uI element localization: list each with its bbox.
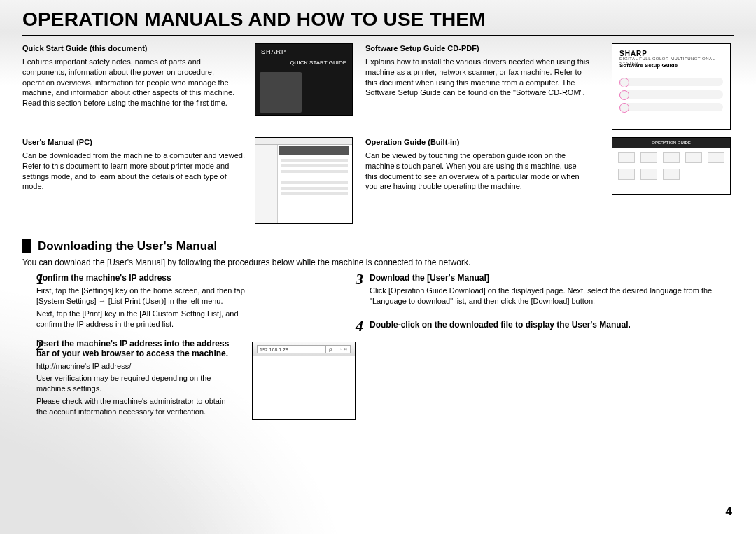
page-title: OPERATION MANUALS AND HOW TO USE THEM: [22, 8, 734, 31]
users-manual-preview: [255, 137, 353, 224]
download-steps: 1 Confirm the machine's IP address First…: [22, 273, 734, 427]
software-setup-preview-title: Software Setup Guide: [620, 62, 678, 69]
page-number: 4: [726, 505, 732, 519]
operation-guide-tile: [663, 169, 680, 180]
software-setup-preview-row: [620, 103, 723, 111]
step-1-p1: First, tap the [Settings] key on the hom…: [36, 286, 246, 307]
document-page: OPERATION MANUALS AND HOW TO USE THEM Qu…: [0, 0, 756, 534]
users-manual-preview-line: [281, 170, 348, 173]
step-2: 2 Insert the machine's IP address into t…: [22, 339, 356, 420]
printer-illustration: [260, 72, 302, 113]
operation-guide-preview-bar: OPERATION GUIDE: [612, 138, 730, 148]
steps-right-column: 3 Download the [User's Manual] Click [Op…: [356, 273, 734, 427]
step-3-p1: Click [Operation Guide Download] on the …: [370, 286, 734, 307]
download-section-intro: You can download the [User's Manual] by …: [22, 258, 734, 267]
users-manual-preview-line: [281, 192, 348, 195]
step-3-heading: Download the [User's Manual]: [370, 273, 734, 283]
software-setup-preview-row: [620, 78, 723, 86]
step-2-p2: User verification may be required depend…: [36, 373, 238, 395]
quick-start-text: Quick Start Guide (this document) Featur…: [22, 43, 246, 130]
users-manual-preview-bar: [255, 138, 352, 145]
software-setup-text: Software Setup Guide CD-PDF) Explains ho…: [365, 43, 589, 130]
software-setup-preview-row: [620, 90, 723, 99]
download-section-heading: Downloading the User's Manual: [38, 239, 217, 253]
step-3: 3 Download the [User's Manual] Click [Op…: [356, 273, 734, 307]
users-manual-preview-line: [281, 159, 348, 162]
users-manual-preview-side: [255, 145, 278, 223]
step-4-number: 4: [356, 317, 363, 335]
step-1-body: First, tap the [Settings] key on the hom…: [36, 286, 246, 330]
manuals-grid: Quick Start Guide (this document) Featur…: [22, 43, 734, 224]
users-manual-preview-line: [281, 164, 348, 167]
step-1-heading: Confirm the machine's IP address: [36, 273, 246, 283]
quick-start-body1: Features important safety notes, names o…: [22, 57, 246, 98]
operation-guide-body1: Can be viewed by touching the operation …: [365, 150, 589, 192]
quick-start-body2: Read this section before using the machi…: [22, 98, 246, 108]
step-2-heading: Insert the machine's IP address into the…: [36, 339, 238, 358]
step-2-p1: http://machine's IP address/: [36, 361, 238, 372]
step-3-body: Click [Operation Guide Download] on the …: [370, 286, 734, 307]
title-rule: [22, 35, 734, 36]
steps-left-column: 1 Confirm the machine's IP address First…: [22, 273, 356, 427]
browser-address-bar: 192.168.1.28: [257, 345, 327, 353]
browser-controls: ρ · → ×: [326, 345, 351, 353]
browser-preview: 192.168.1.28 ρ · → ×: [252, 342, 356, 420]
download-section-header: Downloading the User's Manual: [22, 239, 734, 253]
software-setup-preview: SHARP DIGITAL FULL COLOR MULTIFUNCTIONAL…: [612, 43, 731, 130]
software-setup-body1: Explains how to install the various driv…: [365, 57, 589, 98]
step-4-heading: Double-click on the downloaded file to d…: [370, 320, 734, 330]
quick-start-preview: SHARP QUICK START GUIDE: [255, 43, 353, 116]
step-2-number: 2: [36, 336, 44, 354]
users-manual-text: User's Manual (PC) Can be downloaded fro…: [22, 137, 246, 224]
step-1-p2: Next, tap the [Print] key in the [All Cu…: [36, 309, 246, 330]
users-manual-heading: User's Manual (PC): [22, 137, 246, 148]
operation-guide-tile: [618, 169, 635, 180]
operation-guide-heading: Operation Guide (Built-in): [365, 137, 589, 148]
operation-guide-tile: [663, 152, 680, 163]
operation-guide-tile: [685, 152, 702, 163]
operation-guide-preview: OPERATION GUIDE: [612, 137, 731, 195]
step-2-body: http://machine's IP address/ User verifi…: [36, 361, 238, 418]
step-2-p3: Please check with the machine's administ…: [36, 396, 238, 418]
operation-guide-tile: [640, 169, 657, 180]
users-manual-body1: Can be downloaded from the machine to a …: [22, 150, 246, 192]
step-1-number: 1: [36, 270, 44, 288]
quick-start-preview-brand: SHARP: [261, 48, 286, 55]
software-setup-heading: Software Setup Guide CD-PDF): [365, 43, 589, 54]
section-bullet-icon: [22, 239, 31, 253]
users-manual-preview-tab: [279, 146, 349, 155]
quick-start-preview-label: QUICK START GUIDE: [290, 59, 346, 66]
operation-guide-tile: [708, 152, 724, 163]
operation-guide-tile: [640, 152, 657, 163]
step-4: 4 Double-click on the downloaded file to…: [356, 320, 734, 330]
users-manual-preview-line: [281, 181, 348, 184]
step-1: 1 Confirm the machine's IP address First…: [22, 273, 356, 332]
quick-start-heading: Quick Start Guide (this document): [22, 43, 246, 54]
operation-guide-text: Operation Guide (Built-in) Can be viewed…: [365, 137, 589, 224]
step-3-number: 3: [356, 270, 363, 288]
users-manual-preview-line: [281, 187, 348, 190]
operation-guide-tile: [618, 152, 635, 163]
